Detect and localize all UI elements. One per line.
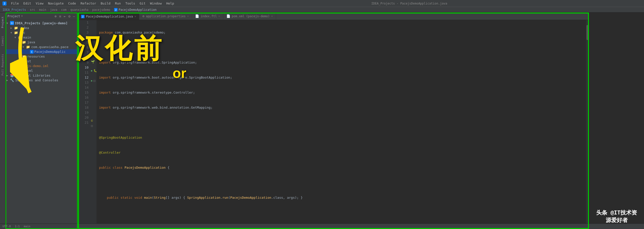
breadcrumb-quanxiaoha: quanxiaoha: [70, 8, 88, 12]
toolbar-hide-icon[interactable]: —: [72, 14, 76, 19]
menu-file[interactable]: File: [9, 1, 21, 6]
tab-pom-xml[interactable]: 📄 pom.xml (pacejs-demo) ✕: [223, 13, 276, 20]
tree-label-external-libs: External Libraries: [15, 74, 51, 77]
svg-text:J: J: [4, 2, 5, 5]
breadcrumb-java: java: [50, 8, 57, 12]
tree-item-main[interactable]: ▼ 📁 main: [6, 35, 78, 40]
side-tab-commit[interactable]: Commit: [1, 35, 5, 48]
iml-file-icon: 📄: [14, 64, 19, 68]
line-num-10: 10: [80, 65, 89, 70]
tree-item-java[interactable]: ▼ 📁 java: [6, 40, 78, 45]
external-libs-icon: 📚: [10, 74, 15, 77]
tab-icon-pom: 📄: [226, 14, 230, 18]
line-num-13: 13: [80, 80, 89, 85]
gutter-bookmark-icon-12[interactable]: □: [94, 79, 95, 82]
tree-root-label: IDEA_Projects [pacejs-demo]: [15, 21, 68, 25]
right-sidebar: 头条 @IT技术资源爱好者: [589, 13, 644, 229]
tree-item-test[interactable]: ▶ 📁 test: [6, 59, 78, 64]
toolbar-collapse-icon[interactable]: ⇤: [63, 14, 67, 19]
tree-item-src[interactable]: ▼ 📁 src: [6, 30, 78, 35]
file-tree: ▼ IJ IDEA_Projects [pacejs-demo] ▶ 📁 .id…: [6, 20, 78, 229]
pom-file-icon: 📄: [14, 69, 19, 73]
tab-application-props[interactable]: ⚙ application.properties ✕: [139, 13, 192, 20]
tree-label-idea: .idea: [19, 26, 29, 30]
line-num-20: 20: [80, 115, 89, 120]
tree-item-package[interactable]: ▼ 📁 com.quanxiaoha.pace: [6, 45, 78, 49]
scrollbar-thumb[interactable]: [586, 25, 588, 40]
svg-text:IJ: IJ: [11, 22, 14, 25]
tree-label-main: main: [23, 36, 31, 39]
tab-index-ftl[interactable]: 📄 index.ftl ✕: [192, 13, 223, 20]
editor-area: J PacejsDemoApplication.java ✕ ⚙ applica…: [78, 13, 589, 229]
line-num-11: 11: [80, 70, 89, 75]
breadcrumb-idea-projects[interactable]: IDEA_Projects: [3, 8, 26, 12]
breadcrumb-src: src: [30, 8, 35, 12]
package-folder-icon: 📁: [26, 45, 31, 49]
line-num-12: 12: [80, 75, 89, 80]
code-editor[interactable]: 1 2 3 4 5 6 7 8 9 10 11 12 13 14 15 16 1…: [78, 20, 589, 229]
code-line-5: import org.springframework.stereotype.Co…: [99, 90, 586, 95]
menu-build[interactable]: Build: [99, 1, 113, 6]
menu-refactor[interactable]: Refactor: [79, 1, 98, 6]
idea-folder-icon: 📁: [14, 26, 19, 30]
tree-item-pom[interactable]: 📄 pom.xml: [6, 68, 78, 73]
menu-navigate[interactable]: Navigate: [46, 1, 66, 6]
window-title: IDEA_Projects - PacejsDemoApplication.ja…: [177, 2, 642, 5]
tree-label-resources: resources: [27, 55, 45, 58]
menu-tools[interactable]: Tools: [123, 1, 137, 6]
project-toolbar: Project ▼ ⊕ ≡ ⇤ ⚙ —: [6, 13, 78, 20]
menu-bar: J File Edit View Navigate Code Refactor …: [0, 0, 644, 7]
gutter-run-icon-10[interactable]: ▶: [91, 69, 93, 72]
code-line-9: @Controller: [99, 150, 586, 155]
gutter-debug-icon-10[interactable]: 🐛: [94, 69, 97, 72]
gutter-run-icon-12[interactable]: ▶: [91, 79, 93, 82]
tree-item-idea[interactable]: ▶ 📁 .idea: [6, 26, 78, 30]
toolbar-sync-icon[interactable]: ≡: [58, 14, 62, 19]
status-encoding: UTF-8: [3, 225, 11, 228]
menu-code[interactable]: Code: [66, 1, 78, 6]
tab-close-main[interactable]: ✕: [135, 15, 136, 18]
tab-close-ftl[interactable]: ✕: [218, 15, 220, 18]
menu-help[interactable]: Help: [164, 1, 176, 6]
project-panel: Project ▼ ⊕ ≡ ⇤ ⚙ — ▼ IJ IDEA_Projects […: [6, 13, 78, 229]
tree-item-scratches[interactable]: ▶ 🔧 Scratches and Consoles: [6, 78, 78, 83]
code-content[interactable]: package com.quanxiaoha.pacejsdemo; impor…: [97, 20, 589, 229]
code-line-8: @SpringBootApplication: [99, 135, 586, 140]
gutter-bookmark-icon-17[interactable]: □: [91, 124, 93, 127]
tree-item-external-libs[interactable]: ▶ 📚 External Libraries: [6, 73, 78, 78]
scrollbar-track[interactable]: [586, 20, 589, 229]
code-line-13: [99, 210, 586, 215]
code-line-12: public static void main(String[] args) {…: [99, 195, 586, 200]
tree-item-resources[interactable]: ▶ 📁 resources: [6, 54, 78, 59]
line-num-9: 9: [80, 60, 89, 65]
gutter: 🌱 ▶ 🐛 ▶ □ © □: [91, 20, 97, 229]
menu-view[interactable]: View: [34, 1, 46, 6]
breadcrumb-pacejsdemo: pacejsdemo: [92, 8, 110, 12]
tab-icon-props: ⚙: [142, 14, 144, 18]
toolbar-add-icon[interactable]: ⊕: [54, 14, 57, 19]
tree-label-iml: pacejs-demo.iml: [19, 64, 49, 68]
tab-close-pom[interactable]: ✕: [271, 15, 273, 18]
toolbar-settings-icon[interactable]: ⚙: [68, 14, 71, 19]
menu-run[interactable]: Run: [113, 1, 123, 6]
watermark: 头条 @IT技术资源爱好者: [594, 209, 639, 224]
menu-edit[interactable]: Edit: [21, 1, 33, 6]
test-folder-icon: 📁: [18, 59, 23, 63]
status-bar: UTF-8 1:1 main: [0, 223, 644, 229]
code-line-1: package com.quanxiaoha.pacejsdemo;: [99, 30, 586, 35]
tree-item-main-class[interactable]: C PacejsDemoApplic: [6, 49, 78, 54]
side-tab-pull-requests[interactable]: Pull Requests: [1, 53, 5, 77]
tree-item-iml[interactable]: 📄 pacejs-demo.iml: [6, 64, 78, 68]
app-icon: J: [2, 1, 7, 6]
resources-folder-icon: 📁: [22, 55, 27, 58]
tree-root[interactable]: ▼ IJ IDEA_Projects [pacejs-demo]: [6, 21, 78, 26]
breadcrumb-main: main: [39, 8, 46, 12]
menu-window[interactable]: Window: [148, 1, 164, 6]
tab-close-props[interactable]: ✕: [187, 15, 189, 18]
gutter-annotation-icon-16: ©: [91, 119, 93, 123]
side-tabs: Project Commit Pull Requests: [0, 13, 6, 229]
breadcrumb-class: PacejsDemoApplication: [119, 8, 157, 12]
menu-git[interactable]: Git: [138, 1, 147, 6]
side-tab-project[interactable]: Project: [1, 15, 5, 30]
tab-pacejs-demo-app[interactable]: J PacejsDemoApplication.java ✕: [78, 13, 139, 20]
